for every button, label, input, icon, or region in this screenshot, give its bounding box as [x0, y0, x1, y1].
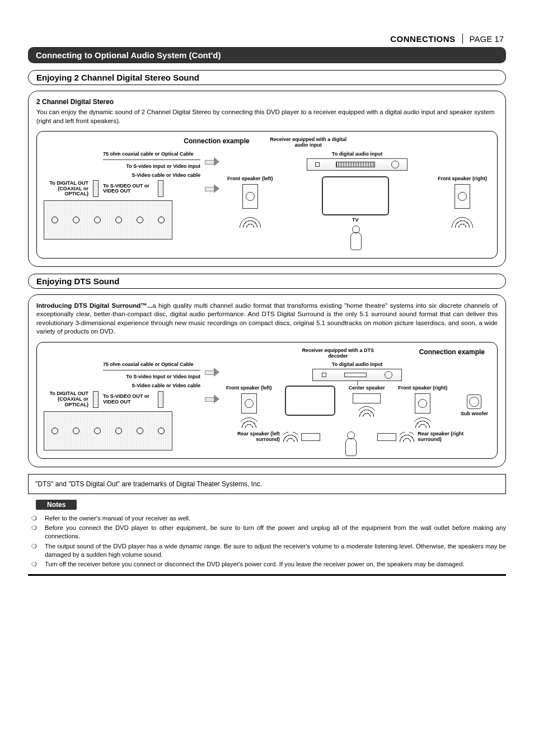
page-header: CONNECTIONS PAGE 17 — [28, 34, 506, 47]
speaker-icon — [455, 184, 470, 209]
person-icon — [342, 431, 355, 452]
person-icon — [347, 226, 364, 251]
sound-waves-icon — [414, 416, 431, 428]
tv-icon — [285, 386, 335, 416]
front-right-group: Front speaker (right) — [398, 386, 447, 428]
port-icon — [158, 428, 165, 434]
center-speaker-icon — [353, 393, 381, 403]
front-right-label: Front speaker (right) — [438, 176, 487, 182]
sound-waves-icon — [358, 406, 375, 417]
port-icon — [137, 217, 143, 223]
connector-icon — [93, 180, 99, 197]
header-divider — [462, 34, 463, 44]
svideo-input-label-2: To S-video Input or Video Input — [103, 374, 200, 380]
port-icon — [94, 217, 101, 223]
front-left-group: Front speaker (left) — [226, 386, 272, 428]
tv-icon — [322, 176, 389, 215]
port-icon — [115, 217, 122, 223]
rear-speaker-icon — [301, 433, 320, 441]
arrow-icon — [205, 157, 219, 166]
dvd-port-panel-2 — [44, 411, 172, 450]
bullet-icon: ❍ — [31, 524, 39, 541]
port-icon — [115, 428, 122, 434]
tv-group-2 — [285, 386, 335, 416]
note-text: Turn off the receiver before you connect… — [45, 560, 465, 569]
tv-group: TV — [322, 176, 389, 251]
port-icon — [137, 428, 143, 434]
playback-area-2: To digital audio input Front speaker (le… — [224, 362, 490, 452]
section2-diagram: Receiver equipped with a DTS decoder Con… — [36, 342, 498, 459]
playback-area: To digital audio input Front speaker (le… — [224, 152, 490, 251]
trademark-note: "DTS" and "DTS Digital Out" are trademar… — [28, 474, 506, 494]
section1-title: Enjoying 2 Channel Digital Stereo Sound — [28, 70, 506, 85]
rear-right-group: Rear speaker (right surround) — [377, 431, 468, 443]
subwoofer-group: Sub woofer — [461, 395, 488, 417]
dvd-output-area-2: 75 ohm coaxial cable or Optical Cable To… — [44, 362, 200, 452]
tv-label: TV — [352, 218, 359, 223]
rear-left-label: Rear speaker (left surround) — [235, 431, 280, 443]
to-digital-label-2: To digital audio input — [224, 362, 490, 368]
dvd-output-area: 75 ohm coaxial cable or Optical Cable To… — [44, 152, 200, 251]
list-item: ❍Turn off the receiver before you connec… — [31, 560, 506, 569]
cable-label: 75 ohm coaxial cable or Optical Cable — [103, 152, 200, 157]
section2-title: Enjoying DTS Sound — [28, 274, 506, 289]
to-digital-label: To digital audio input — [224, 152, 490, 157]
title-bar: Connecting to Optional Audio System (Con… — [28, 47, 506, 63]
conn-example-label: Connection example — [184, 137, 249, 148]
port-icon — [158, 217, 165, 223]
cable-label-2: 75 ohm coaxial cable or Optical Cable — [103, 362, 200, 368]
svideo-out-label: To S-VIDEO OUT or VIDEO OUT — [103, 184, 153, 195]
speaker-icon — [241, 393, 257, 414]
section1-diagram: Connection example Receiver equipped wit… — [36, 131, 498, 259]
front-left-label: Front speaker (left) — [227, 176, 273, 182]
bullet-icon: ❍ — [31, 542, 39, 559]
digital-out-label-2: To DIGITAL OUT (COAXIAL or OPTICAL) — [44, 391, 88, 408]
svideo-cable-label-2: S-Video cable or Video cable — [103, 383, 200, 389]
arrow-column-2 — [205, 362, 219, 452]
section1-heading: 2 Channel Digital Stereo — [36, 98, 498, 106]
sound-waves-icon — [400, 432, 414, 442]
footer-rule — [28, 574, 506, 576]
sound-waves-icon — [283, 432, 298, 442]
connector-icon — [93, 391, 99, 408]
header-section: CONNECTIONS — [390, 34, 455, 44]
list-item: ❍Refer to the owner's manual of your rec… — [31, 514, 506, 523]
note-text: Before you connect the DVD player to oth… — [45, 524, 506, 541]
sound-waves-icon — [451, 211, 474, 228]
section2-intro: Introducing DTS Digital Surround™...a hi… — [36, 302, 498, 336]
receiver-icon — [307, 158, 407, 171]
svideo-out-label-2: To S-VIDEO OUT or VIDEO OUT — [103, 394, 153, 405]
bullet-icon: ❍ — [31, 560, 39, 569]
svideo-cable-label: S-Video cable or Video cable — [103, 173, 200, 179]
arrow-column — [205, 152, 219, 251]
note-text: The output sound of the DVD player has a… — [45, 542, 506, 559]
notes-header: Notes — [36, 500, 77, 510]
left-speaker-group: Front speaker (left) — [227, 176, 273, 228]
receiver-label-2: Receiver equipped with a DTS decoder — [302, 348, 374, 359]
sound-waves-icon — [241, 416, 257, 428]
center-speaker-group: Center speaker — [349, 386, 385, 417]
subwoofer-icon — [467, 395, 481, 409]
bullet-icon: ❍ — [31, 514, 39, 523]
section1-body: You can enjoy the dynamic sound of 2 Cha… — [36, 108, 498, 125]
section1-box: 2 Channel Digital Stereo You can enjoy t… — [28, 91, 506, 267]
notes-list: ❍Refer to the owner's manual of your rec… — [31, 514, 506, 569]
subwoofer-label: Sub woofer — [461, 411, 488, 417]
arrow-icon — [205, 184, 219, 193]
front-left-label-2: Front speaker (left) — [226, 386, 272, 391]
section2-box: Introducing DTS Digital Surround™...a hi… — [28, 294, 506, 468]
rear-left-group: Rear speaker (left surround) — [235, 431, 320, 443]
svideo-input-label: To S-video Input or Video Input — [103, 164, 200, 170]
dvd-port-panel — [44, 200, 172, 240]
conn-example-label-2: Connection example — [419, 348, 485, 359]
front-right-label-2: Front speaker (right) — [398, 386, 447, 391]
connector-icon — [158, 391, 163, 408]
list-item: ❍Before you connect the DVD player to ot… — [31, 524, 506, 541]
port-icon — [51, 217, 58, 223]
arrow-icon — [205, 368, 219, 377]
sound-waves-icon — [239, 211, 261, 228]
speaker-icon — [242, 184, 258, 209]
digital-out-label: To DIGITAL OUT (COAXIAL or OPTICAL) — [44, 181, 88, 198]
right-speaker-group: Front speaker (right) — [438, 176, 487, 228]
speaker-icon — [415, 393, 430, 414]
